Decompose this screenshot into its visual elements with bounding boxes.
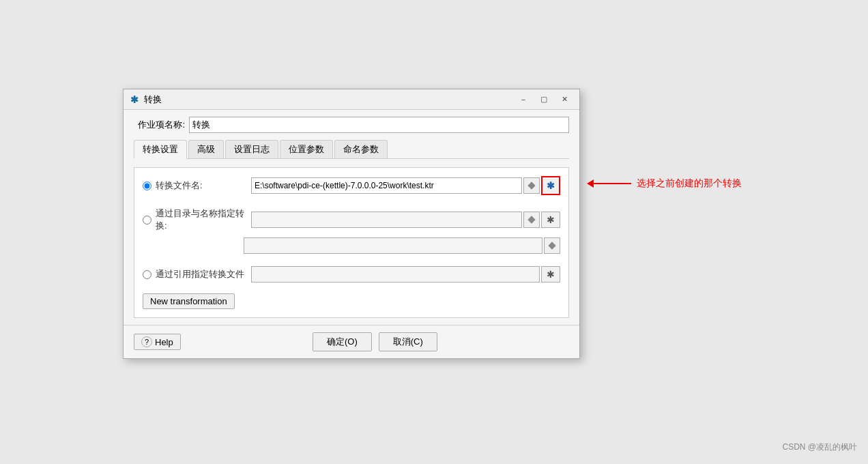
filename-browse-diamond[interactable] [523,177,540,194]
dialog-footer: ? Help 确定(O) 取消(C) [124,325,579,358]
dialog-body: 作业项名称: 转换设置 高级 设置日志 位置参数 命名参数 转换文件名: [124,110,579,325]
confirm-button[interactable]: 确定(O) [313,332,372,351]
tab-position-params[interactable]: 位置参数 [280,140,333,158]
directory-sub-diamond[interactable] [544,237,560,254]
help-icon: ? [141,336,152,347]
minimize-button[interactable]: − [514,92,533,107]
cross-icon2: ✱ [547,215,555,224]
help-button[interactable]: ? Help [134,334,181,350]
job-name-input[interactable] [189,117,569,133]
diamond-icon2 [527,216,535,223]
annotation: 选择之前创建的那个转换 [594,177,742,190]
tab-named-params[interactable]: 命名参数 [334,140,388,158]
reference-browse-button[interactable]: ✱ [541,266,560,282]
title-bar: ✱ 转换 − ▢ ✕ [124,89,579,110]
filename-radio[interactable] [143,182,151,190]
help-label: Help [155,337,173,347]
directory-label: 通过目录与名称指定转换: [156,207,251,232]
annotation-text: 选择之前创建的那个转换 [637,177,742,190]
window-icon: ✱ [129,94,140,105]
cancel-button[interactable]: 取消(C) [379,332,437,351]
reference-row: 通过引用指定转换文件 ✱ [143,266,560,282]
cross-icon3: ✱ [547,270,555,279]
filename-row: 转换文件名: [143,176,560,195]
watermark: CSDN @凌乱的枫叶 [782,441,857,453]
window-title: 转换 [144,93,514,106]
tabs-bar: 转换设置 高级 设置日志 位置参数 命名参数 [134,140,569,159]
reference-label: 通过引用指定转换文件 [156,268,251,280]
cross-icon [546,181,555,190]
annotation-arrow [594,183,631,184]
maximize-button[interactable]: ▢ [534,92,553,107]
filename-browse-button[interactable] [541,176,560,195]
filename-input[interactable] [251,177,522,194]
directory-browse-button[interactable]: ✱ [541,212,560,228]
directory-input1[interactable] [251,212,522,228]
dialog-window: ✱ 转换 − ▢ ✕ 作业项名称: 转换设置 高级 设置日志 位置参数 命名参 [123,89,580,359]
tab-advanced[interactable]: 高级 [188,140,224,158]
diamond-icon3 [548,242,555,249]
filename-label: 转换文件名: [156,179,251,192]
reference-input[interactable] [251,266,540,282]
window-controls: − ▢ ✕ [514,92,574,107]
tab-conversion-settings[interactable]: 转换设置 [134,140,187,159]
directory-sub-row [143,237,560,254]
content-area: 转换文件名: 通过目录与名称指定转换: [134,167,569,318]
directory-row: 通过目录与名称指定转换: ✱ [143,207,560,232]
directory-radio[interactable] [143,216,151,224]
diamond-icon [527,182,535,189]
footer-buttons: 确定(O) 取消(C) [181,332,569,351]
reference-radio[interactable] [143,270,151,279]
close-button[interactable]: ✕ [555,92,574,107]
directory-browse-diamond[interactable] [523,212,540,228]
tab-log-settings[interactable]: 设置日志 [225,140,278,158]
directory-input2[interactable] [244,237,542,254]
job-name-row: 作业项名称: [134,117,569,133]
job-name-label: 作业项名称: [134,119,185,131]
new-transformation-button[interactable]: New transformation [143,293,235,309]
